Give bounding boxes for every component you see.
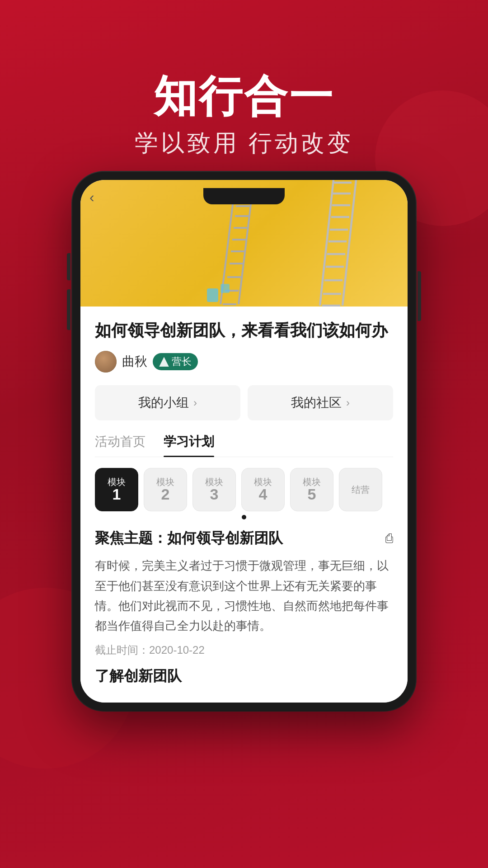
author-row: 曲秋 营长 [95,351,393,373]
module-card-2[interactable]: 模块 2 [144,468,187,511]
share-icon[interactable]: ⎙ [385,531,393,546]
module-num-2: 2 [161,486,170,502]
focus-body: 有时候，完美主义者过于习惯于微观管理，事无巨细，以至于他们甚至没有意识到这个世界… [95,556,393,636]
svg-line-12 [343,180,356,306]
back-button[interactable]: ‹ [89,189,94,206]
phone-frame: ‹ 如何领导创新团队，来看看我们该如何办 曲秋 营长 [72,172,416,711]
module-card-3[interactable]: 模块 3 [192,468,236,511]
phone-notch [203,188,285,204]
author-name: 曲秋 [122,353,147,370]
module-label-3: 模块 [205,477,223,486]
module-card-5[interactable]: 模块 5 [290,468,333,511]
module-label-1: 模块 [108,477,126,486]
my-group-arrow: › [193,396,197,409]
focus-header: 聚焦主题：如何领导创新团队 ⎙ [95,528,393,548]
module-dot-indicator [242,515,246,519]
nav-buttons: 我的小组 › 我的社区 › [95,385,393,420]
tab-activity-home[interactable]: 活动首页 [95,433,145,457]
my-group-button[interactable]: 我的小组 › [95,385,240,420]
modules-row: 模块 1 模块 2 模块 3 模块 4 [95,468,393,511]
svg-rect-24 [207,288,218,302]
article-title: 如何领导创新团队，来看看我们该如何办 [95,319,393,342]
phone-side-btn-vol2 [67,289,70,330]
my-community-button[interactable]: 我的社区 › [248,385,393,420]
avatar-image [95,351,117,373]
tab-activity-home-label: 活动首页 [95,434,145,448]
my-community-label: 我的社区 [291,394,342,411]
module-num-1: 1 [113,486,121,502]
module-card-4[interactable]: 模块 4 [241,468,285,511]
my-community-arrow: › [346,396,350,409]
phone-side-btn-power [418,271,421,321]
tab-study-plan[interactable]: 学习计划 [164,433,214,457]
module-label-5: 模块 [303,477,321,486]
module-card-1[interactable]: 模块 1 [95,468,138,511]
module-dot-row [95,515,393,519]
badge-label: 营长 [172,355,192,368]
module-label-end: 结营 [352,485,370,494]
badge-icon [159,357,169,367]
header-title: 知行合一 [0,72,488,120]
module-card-end[interactable]: 结营 [339,468,382,511]
module-label-2: 模块 [156,477,174,486]
svg-line-1 [239,193,252,304]
deadline-text: 截止时间：2020-10-22 [95,643,393,657]
author-badge: 营长 [153,353,198,370]
phone-screen: ‹ 如何领导创新团队，来看看我们该如何办 曲秋 营长 [80,180,408,703]
content-area: 如何领导创新团队，来看看我们该如何办 曲秋 营长 我的小组 [80,307,408,703]
focus-title: 聚焦主题：如何领导创新团队 [95,528,283,548]
focus-section: 聚焦主题：如何领导创新团队 ⎙ 有时候，完美主义者过于习惯于微观管理，事无巨细，… [95,528,393,693]
svg-line-11 [320,180,333,306]
phone-side-btn-vol [67,253,70,280]
section-title: 了解创新团队 [95,666,393,686]
module-label-4: 模块 [254,477,272,486]
avatar [95,351,117,373]
svg-rect-25 [221,284,230,293]
tabs-row: 活动首页 学习计划 [95,433,393,457]
module-num-5: 5 [308,486,316,502]
module-num-4: 4 [259,486,267,502]
my-group-label: 我的小组 [138,394,189,411]
module-num-3: 3 [210,486,219,502]
header-section: 知行合一 学以致用 行动改变 [0,0,488,186]
tab-study-plan-label: 学习计划 [164,434,214,448]
phone-mockup: ‹ 如何领导创新团队，来看看我们该如何办 曲秋 营长 [72,172,416,711]
header-subtitle: 学以致用 行动改变 [0,127,488,159]
